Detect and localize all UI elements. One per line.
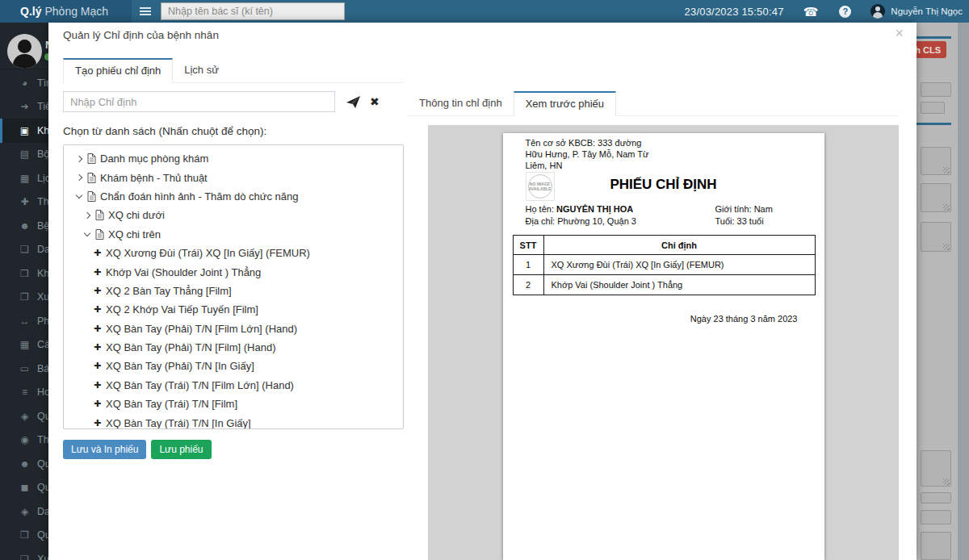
phone-icon[interactable]: ☎ [803, 6, 819, 18]
user-name[interactable]: Nguyễn Thị Ngọc [891, 6, 963, 16]
tree-leaf-item[interactable]: ✚XQ Bàn Tay (Trái) T/N [Film] [70, 395, 396, 413]
tree-leaf-item[interactable]: ✚XQ Bàn Tay (Phải) T/N [Film Lớn] (Hand) [70, 320, 396, 338]
row-number-cell: 1 [513, 255, 543, 275]
tree-branch[interactable]: Khám bệnh - Thủ thuật [70, 168, 396, 186]
screen: Q.lý Phòng Mạch 23/03/2023 15:50:47 ☎ ? … [0, 0, 969, 560]
hamburger-icon[interactable] [140, 7, 151, 15]
tree-item-label: XQ Bàn Tay (Trái) T/N [In Giấy] [106, 417, 251, 429]
doctor-sign-input[interactable] [161, 2, 345, 20]
app-logo-bold: Q.lý [20, 5, 41, 18]
add-plus-icon[interactable]: ✚ [92, 248, 103, 258]
tree-leaf-item[interactable]: ✚XQ Bàn Tay (Phải) T/N [In Giấy] [70, 357, 396, 375]
paper-plane-icon[interactable] [346, 96, 360, 108]
patient-name: NGUYỄN THỊ HOA [556, 204, 633, 214]
top-bar: Q.lý Phòng Mạch 23/03/2023 15:50:47 ☎ ? … [0, 0, 969, 23]
tree-leaf-item[interactable]: ✚XQ 2 Bàn Tay Thẳng [Film] [70, 282, 396, 300]
add-plus-icon[interactable]: ✚ [92, 361, 103, 371]
order-input[interactable] [63, 91, 335, 112]
tree-item-label: XQ chi trên [108, 228, 161, 240]
document-title: PHIẾU CHỈ ĐỊNH [503, 177, 824, 193]
left-tabs: Tạo phiếu chỉ định Lịch sử [63, 58, 404, 83]
patient-address: Phường 10, Quận 3 [557, 216, 636, 226]
chevron-right-icon[interactable] [76, 174, 82, 181]
background-textarea[interactable] [921, 183, 951, 212]
tree-branch[interactable]: Chẩn đoán hình ảnh - Thăm dò chức năng [70, 187, 396, 206]
chevron-right-icon[interactable] [76, 155, 82, 161]
patient-age: 33 tuổi [737, 216, 764, 226]
add-plus-icon[interactable]: ✚ [92, 267, 103, 278]
add-plus-icon[interactable]: ✚ [92, 418, 103, 428]
chevron-down-icon[interactable] [84, 230, 90, 236]
background-input[interactable] [921, 82, 951, 97]
document-date: Ngày 23 tháng 3 năm 2023 [690, 314, 798, 324]
close-icon[interactable]: × [895, 26, 904, 40]
tree-leaf-item[interactable]: ✚XQ Bàn Tay (Trái) T/N [In Giấy] [70, 413, 396, 429]
tree-leaf-item[interactable]: ✚XQ Bàn Tay (Trái) T/N [Film Lớn] (Hand) [70, 376, 396, 395]
age-label: Tuổi: [715, 216, 735, 226]
save-print-button[interactable]: Lưu và In phiếu [63, 440, 146, 459]
tab-create-order[interactable]: Tạo phiếu chỉ định [63, 58, 173, 83]
tree-item-label: XQ Bàn Tay (Trái) T/N [Film Lớn] (Hand) [106, 379, 294, 391]
row-number-cell: 2 [513, 275, 543, 295]
order-tree[interactable]: Danh mục phòng khámKhám bệnh - Thủ thuật… [63, 144, 404, 429]
page-edge-strip [958, 23, 969, 560]
background-input[interactable] [921, 102, 945, 114]
tree-leaf-item[interactable]: ✚XQ 2 Khớp Vai Tiếp Tuyến [Film] [70, 300, 396, 319]
table-row: 1XQ Xương Đùi (Trái) XQ [In Giấy] (FEMUR… [513, 255, 815, 275]
modal-title: Quản lý Chỉ định của bệnh nhân [63, 29, 219, 41]
add-plus-icon[interactable]: ✚ [92, 342, 103, 353]
document-icon [87, 191, 96, 202]
tab-history[interactable]: Lịch sử [173, 58, 230, 82]
add-plus-icon[interactable]: ✚ [92, 324, 103, 334]
tree-item-label: Danh mục phòng khám [100, 153, 208, 165]
tree-item-label: Khớp Vai (Shoulder Joint ) Thẳng [106, 266, 261, 278]
tab-order-info[interactable]: Thông tin chỉ định [408, 91, 514, 115]
datetime-text: 23/03/2023 15:50:47 [685, 6, 784, 18]
help-icon[interactable]: ? [839, 6, 851, 18]
preview-panel[interactable]: Tên cơ sở KBCB: 333 đường Hữu Hưng, P. T… [428, 125, 899, 560]
user-avatar-icon[interactable] [870, 4, 885, 19]
document-page: Tên cơ sở KBCB: 333 đường Hữu Hưng, P. T… [503, 133, 824, 560]
tree-item-label: Chẩn đoán hình ảnh - Thăm dò chức năng [100, 190, 299, 203]
tree-item-label: XQ chi dưới [108, 209, 165, 221]
order-create-column: Tạo phiếu chỉ định Lịch sử ✖ Chọn từ dan… [63, 58, 404, 560]
tree-leaf-item[interactable]: ✚XQ Xương Đùi (Trái) XQ [In Giấy] (FEMUR… [70, 244, 396, 262]
tree-item-label: XQ Bàn Tay (Phải) T/N [Film] (Hand) [106, 341, 275, 353]
document-icon [87, 153, 96, 164]
background-textarea[interactable] [921, 532, 951, 560]
save-button[interactable]: Lưu phiếu [151, 440, 211, 459]
tree-item-label: Khám bệnh - Thủ thuật [100, 172, 208, 184]
patient-info: Họ tên:NGUYỄN THỊ HOA Giới tính:Nam Địa … [526, 203, 813, 227]
tree-item-label: XQ Bàn Tay (Trái) T/N [Film] [106, 398, 237, 410]
table-row: 2Khớp Vai (Shoulder Joint ) Thẳng [513, 275, 815, 295]
tree-leaf-item[interactable]: ✚XQ Bàn Tay (Phải) T/N [Film] (Hand) [70, 338, 396, 357]
tree-branch[interactable]: XQ chi dưới [70, 206, 396, 224]
background-input[interactable] [921, 510, 951, 524]
document-icon [87, 173, 96, 183]
add-plus-icon[interactable]: ✚ [92, 286, 103, 296]
add-plus-icon[interactable]: ✚ [92, 399, 103, 409]
order-name-cell: XQ Xương Đùi (Trái) XQ [In Giấy] (FEMUR) [543, 255, 815, 275]
tree-branch[interactable]: Danh mục phòng khám [70, 149, 396, 168]
tree-leaf-item[interactable]: ✚Khớp Vai (Shoulder Joint ) Thẳng [70, 262, 396, 281]
background-input[interactable] [921, 492, 951, 504]
facility-info: Tên cơ sở KBCB: 333 đường Hữu Hưng, P. T… [526, 137, 659, 171]
add-plus-icon[interactable]: ✚ [92, 380, 103, 391]
order-table: STTChỉ định1XQ Xương Đùi (Trái) XQ [In G… [513, 235, 816, 295]
tree-item-label: XQ 2 Khớp Vai Tiếp Tuyến [Film] [106, 303, 258, 316]
chevron-right-icon[interactable] [84, 212, 90, 219]
order-input-row: ✖ [63, 91, 404, 112]
document-icon [95, 210, 104, 220]
tree-branch[interactable]: XQ chi trên [70, 225, 396, 244]
action-buttons: Lưu và In phiếu Lưu phiếu [63, 440, 404, 459]
order-name-cell: Khớp Vai (Shoulder Joint ) Thẳng [543, 275, 815, 295]
chevron-down-icon[interactable] [76, 192, 82, 199]
tab-preview[interactable]: Xem trước phiếu [514, 91, 616, 116]
background-textarea[interactable] [921, 147, 951, 175]
add-plus-icon[interactable]: ✚ [92, 304, 103, 315]
modal-header: Quản lý Chỉ định của bệnh nhân × [48, 23, 917, 47]
clear-icon[interactable]: ✖ [370, 95, 380, 108]
background-textarea[interactable] [921, 222, 951, 252]
app-logo[interactable]: Q.lý Phòng Mạch [0, 0, 132, 23]
background-textarea[interactable] [921, 450, 951, 487]
